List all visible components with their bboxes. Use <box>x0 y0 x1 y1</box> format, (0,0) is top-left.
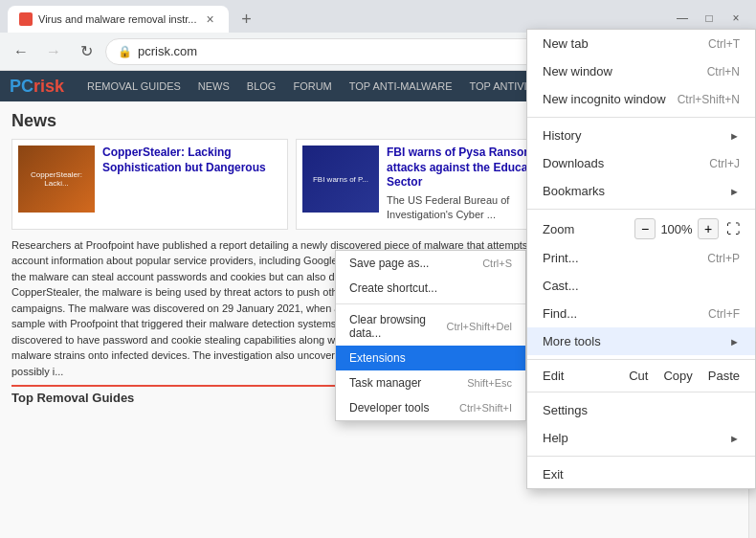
bmenu-incognito[interactable]: New incognito window Ctrl+Shift+N <box>527 85 755 113</box>
bmenu-sep-2 <box>527 209 755 210</box>
bmenu-zoom-label: Zoom <box>543 222 627 236</box>
ctx-create-shortcut[interactable]: Create shortcut... <box>336 276 525 301</box>
zoom-out-button[interactable]: − <box>634 218 656 239</box>
bmenu-more-tools-label: More tools <box>543 334 601 348</box>
ctx-task-manager[interactable]: Task manager Shift+Esc <box>336 370 525 395</box>
news-content-copper: CopperStealer: Lacking Sophistication bu… <box>102 146 281 223</box>
ctx-task-manager-label: Task manager <box>349 376 421 390</box>
back-button[interactable]: ← <box>8 38 34 65</box>
bmenu-find-label: Find... <box>543 306 577 321</box>
bmenu-exit[interactable]: Exit <box>527 460 755 488</box>
bmenu-settings[interactable]: Settings <box>527 396 755 424</box>
bmenu-new-tab[interactable]: New tab Ctrl+T <box>527 30 755 57</box>
ctx-extensions-label: Extensions <box>349 351 406 365</box>
maximize-button[interactable]: □ <box>697 10 722 27</box>
ctx-extensions[interactable]: Extensions <box>336 346 525 370</box>
ctx-save-page-shortcut: Ctrl+S <box>482 258 512 269</box>
bmenu-help-label: Help <box>543 431 568 445</box>
bmenu-sep-3 <box>527 359 755 360</box>
title-bar: Virus and malware removal instr... × + —… <box>0 0 756 33</box>
news-title-copper[interactable]: CopperStealer: Lacking Sophistication bu… <box>102 146 281 175</box>
bmenu-incognito-label: New incognito window <box>543 92 666 106</box>
nav-news[interactable]: NEWS <box>190 77 237 96</box>
tab-favicon <box>19 12 33 26</box>
edit-cut-button[interactable]: Cut <box>629 369 648 383</box>
bmenu-new-window-shortcut: Ctrl+N <box>707 65 740 78</box>
zoom-controls: − 100% + ⛶ <box>634 218 740 239</box>
nav-removal-guides[interactable]: REMOVAL GUIDES <box>79 77 189 96</box>
bmenu-bookmarks-arrow: ► <box>729 186 740 197</box>
bmenu-print-label: Print... <box>543 251 579 265</box>
bmenu-help[interactable]: Help ► <box>527 424 755 452</box>
bmenu-new-tab-shortcut: Ctrl+T <box>708 37 740 51</box>
bmenu-downloads-shortcut: Ctrl+J <box>709 157 740 170</box>
zoom-fullscreen-button[interactable]: ⛶ <box>726 221 740 236</box>
nav-anti-malware[interactable]: TOP ANTI-MALWARE <box>342 77 460 96</box>
bmenu-new-window[interactable]: New window Ctrl+N <box>527 57 755 85</box>
bmenu-history-label: History <box>543 128 581 143</box>
bmenu-bookmarks[interactable]: Bookmarks ► <box>527 177 755 205</box>
minimize-button[interactable]: — <box>670 10 695 27</box>
bmenu-history-arrow: ► <box>729 130 740 142</box>
bmenu-settings-label: Settings <box>543 403 588 417</box>
nav-forum[interactable]: FORUM <box>285 77 339 96</box>
tab-close-button[interactable]: × <box>202 11 217 27</box>
bmenu-sep-1 <box>527 117 755 118</box>
news-heading: News <box>11 111 572 131</box>
reload-button[interactable]: ↻ <box>73 38 100 65</box>
tab-title: Virus and malware removal instr... <box>38 13 196 25</box>
ctx-save-page-label: Save page as... <box>349 257 429 270</box>
ctx-clear-browsing-label: Clear browsing data... <box>349 313 447 340</box>
bmenu-bookmarks-label: Bookmarks <box>543 184 605 198</box>
edit-copy-button[interactable]: Copy <box>663 369 692 383</box>
ctx-save-page[interactable]: Save page as... Ctrl+S <box>336 251 525 276</box>
edit-actions: Cut Copy Paste <box>629 369 740 383</box>
bmenu-edit-row: Edit Cut Copy Paste <box>527 364 755 388</box>
ctx-separator-1 <box>336 303 525 304</box>
zoom-value: 100% <box>659 222 694 236</box>
news-thumb-fbi: FBI warns of P... <box>302 146 379 213</box>
bmenu-help-arrow: ► <box>729 433 740 444</box>
news-grid: CopperStealer: Lacki... CopperStealer: L… <box>11 139 572 230</box>
ctx-developer-label: Developer tools <box>349 401 429 415</box>
ctx-create-shortcut-label: Create shortcut... <box>349 281 437 295</box>
new-tab-button[interactable]: + <box>233 6 259 33</box>
bmenu-cast-label: Cast... <box>543 279 579 293</box>
ctx-developer-tools[interactable]: Developer tools Ctrl+Shift+I <box>336 395 525 420</box>
bmenu-zoom-row: Zoom − 100% + ⛶ <box>527 213 755 244</box>
window-controls: — □ × <box>670 10 748 27</box>
bmenu-cast[interactable]: Cast... <box>527 272 755 300</box>
bmenu-edit-label: Edit <box>543 369 564 383</box>
ctx-clear-browsing[interactable]: Clear browsing data... Ctrl+Shift+Del <box>336 307 525 346</box>
ctx-clear-shortcut: Ctrl+Shift+Del <box>447 321 512 332</box>
close-button[interactable]: × <box>723 10 748 27</box>
news-thumb-copper: CopperStealer: Lacki... <box>18 146 95 213</box>
bmenu-incognito-shortcut: Ctrl+Shift+N <box>678 93 740 106</box>
bmenu-new-tab-label: New tab <box>543 36 589 51</box>
bmenu-exit-label: Exit <box>543 467 564 482</box>
edit-paste-button[interactable]: Paste <box>708 369 740 383</box>
site-logo: PCrisk <box>10 77 64 97</box>
news-item-copper[interactable]: CopperStealer: Lacki... CopperStealer: L… <box>11 139 288 230</box>
bmenu-sep-4 <box>527 392 755 392</box>
zoom-in-button[interactable]: + <box>698 218 719 239</box>
bmenu-downloads-label: Downloads <box>543 156 604 170</box>
bmenu-downloads[interactable]: Downloads Ctrl+J <box>527 149 755 177</box>
bmenu-history[interactable]: History ► <box>527 122 755 149</box>
bmenu-find-shortcut: Ctrl+F <box>708 307 740 321</box>
ctx-dev-shortcut: Ctrl+Shift+I <box>459 402 512 414</box>
page-context-menu[interactable]: Save page as... Ctrl+S Create shortcut..… <box>335 250 526 421</box>
lock-icon: 🔒 <box>118 45 132 58</box>
bmenu-sep-5 <box>527 456 755 457</box>
browser-dropdown-menu[interactable]: New tab Ctrl+T New window Ctrl+N New inc… <box>526 29 756 489</box>
nav-blog[interactable]: BLOG <box>239 77 284 96</box>
bmenu-find[interactable]: Find... Ctrl+F <box>527 300 755 327</box>
active-tab[interactable]: Virus and malware removal instr... × <box>8 6 229 33</box>
ctx-task-shortcut: Shift+Esc <box>467 377 512 389</box>
bmenu-more-tools-arrow: ► <box>729 336 740 347</box>
bmenu-new-window-label: New window <box>543 64 612 78</box>
bmenu-print[interactable]: Print... Ctrl+P <box>527 244 755 272</box>
bmenu-more-tools[interactable]: More tools ► <box>527 327 755 355</box>
bmenu-print-shortcut: Ctrl+P <box>707 252 740 265</box>
forward-button[interactable]: → <box>40 38 67 65</box>
